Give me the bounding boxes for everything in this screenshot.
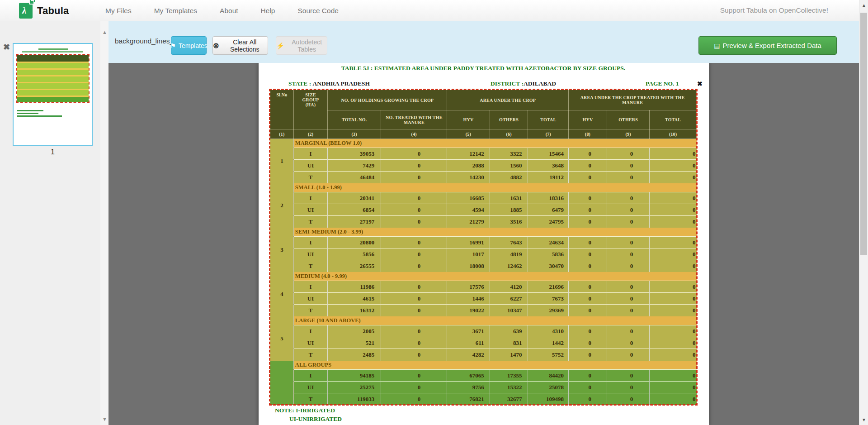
toolbar: background_lines_2.pdf ⚑ Templates ⊗ Cle… (108, 21, 860, 63)
nav-item-help[interactable]: Help (261, 7, 275, 15)
sidebar-scroll-up-icon[interactable]: ▲ (102, 29, 107, 35)
thumbnail-note-line (17, 110, 43, 111)
scroll-down-icon[interactable]: ▼ (859, 417, 868, 422)
navbar: λ Tabula My FilesMy TemplatesAboutHelpSo… (0, 0, 868, 21)
thumbnail-mini-table (16, 54, 90, 103)
remove-page-button[interactable]: ✖ (3, 42, 10, 52)
district-label: DISTRICT :ADILABAD (491, 80, 556, 87)
sidebar-scroll-down-icon[interactable]: ▼ (102, 416, 107, 422)
templates-button[interactable]: ⚑ Templates (171, 36, 207, 55)
state-label: STATE : ANDHRA PRADESH (288, 80, 370, 87)
pdf-note-1: NOTE: I-IRRIGATED (275, 407, 335, 414)
pdf-note-2: UI-UNIRRIGATED (289, 415, 342, 423)
thumbnail-note-line (17, 115, 62, 117)
selection-close-button[interactable]: ✖ (697, 80, 703, 87)
brand[interactable]: λ Tabula (19, 3, 69, 19)
thumbnail-title-line (38, 48, 68, 50)
sidebar: ▲ ▼ ✖ 1 (0, 21, 108, 425)
mini-table-row (17, 100, 89, 102)
page-number-label: 1 (13, 148, 93, 156)
sidebar-scrollbar[interactable] (100, 21, 108, 425)
support-link[interactable]: Support Tabula on OpenCollective! (720, 6, 828, 14)
clear-icon: ⊗ (213, 43, 219, 49)
scroll-up-icon[interactable]: ▲ (859, 3, 868, 8)
nav-item-my-templates[interactable]: My Templates (154, 7, 197, 15)
main-panel: background_lines_2.pdf ⚑ Templates ⊗ Cle… (108, 21, 860, 425)
export-table-icon: ▤ (714, 43, 720, 49)
clear-all-selections-button[interactable]: ⊗ Clear All Selections (212, 36, 268, 55)
nav-item-my-files[interactable]: My Files (105, 7, 132, 15)
lightning-icon: ⚡ (276, 43, 284, 49)
scrollbar-thumb[interactable] (860, 13, 867, 255)
nav-item-source-code[interactable]: Source Code (297, 7, 338, 15)
mini-table-header (17, 55, 89, 62)
thumbnail-title-line (22, 51, 83, 53)
document-area: TABLE 5J : ESTIMATED AREA UNDER PADDY TR… (108, 63, 860, 425)
nav-item-about[interactable]: About (220, 7, 238, 15)
tabula-logo-icon: λ (19, 3, 33, 19)
pdf-table-title: TABLE 5J : ESTIMATED AREA UNDER PADDY TR… (270, 65, 697, 72)
selection-box[interactable] (269, 89, 698, 406)
navbar-menu: My FilesMy TemplatesAboutHelpSource Code (105, 0, 339, 21)
thumbnail-note-line (17, 113, 38, 114)
lock-icon (29, 0, 34, 5)
main-scrollbar[interactable]: ▲ ▼ (859, 0, 868, 425)
brand-title: Tabula (37, 5, 69, 17)
preview-export-button[interactable]: ▤ Preview & Export Extracted Data (698, 36, 837, 55)
templates-icon: ⚑ (170, 43, 176, 49)
page-no-label: PAGE NO. 1 (646, 80, 679, 87)
page-thumbnail[interactable] (13, 43, 93, 146)
autodetect-tables-button[interactable]: ⚡ Autodetect Tables (276, 36, 327, 55)
